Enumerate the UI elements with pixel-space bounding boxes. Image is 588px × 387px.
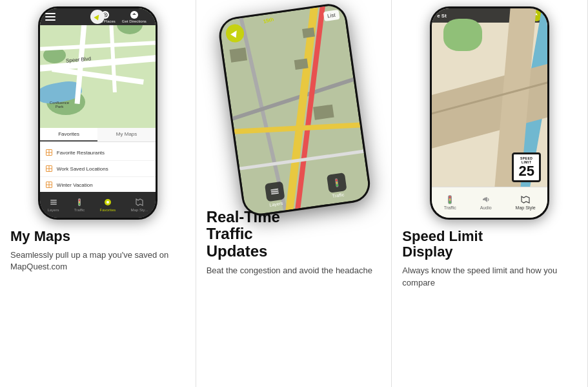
tab-my-maps[interactable]: My Maps <box>97 128 156 141</box>
svg-point-7 <box>79 202 80 203</box>
panel-1-desc: Seamlessly pull up a map you've saved on… <box>10 249 185 273</box>
speed-tab-map-style[interactable]: Map Style <box>516 195 536 210</box>
phone-frame-2: 15th List Layers <box>217 1 372 218</box>
tab-map-style[interactable]: Map Sty... <box>131 198 148 212</box>
panel-2-text: Real-TimeTrafficUpdates Beat the congest… <box>196 204 392 277</box>
speed-limit-number: 25 <box>515 164 538 178</box>
phone-screen-1: Find Places Get Directions <box>40 8 156 218</box>
phone-frame-3: e St SPEEDLIMIT 25 <box>430 6 549 220</box>
map-area-1: Speer Blvd ConfluencePark <box>40 8 156 128</box>
phone-screen-3: e St SPEEDLIMIT 25 <box>432 8 547 218</box>
building-4 <box>302 28 315 38</box>
layers-icon <box>49 198 58 207</box>
svg-rect-11 <box>271 193 279 195</box>
svg-point-20 <box>449 199 451 201</box>
list-item-label: Winter Vacation <box>57 182 93 188</box>
list-item[interactable]: Work Saved Locations <box>40 161 156 177</box>
svg-rect-13 <box>270 189 278 191</box>
panel-my-maps: Find Places Get Directions <box>0 0 196 387</box>
panel-3-heading: Speed LimitDisplay <box>402 229 577 260</box>
speed-tab-map-style-label: Map Style <box>516 205 536 210</box>
layers-bottom-button[interactable]: Layers <box>264 182 285 208</box>
map-style-icon <box>135 198 144 207</box>
panel-2-desc: Beat the congestion and avoid the headac… <box>207 265 381 277</box>
traffic-compass-arrow-icon <box>230 29 239 38</box>
get-directions-label: Get Directions <box>122 19 147 23</box>
building-2 <box>294 59 308 70</box>
category-tabs: Favorites My Maps <box>40 128 156 142</box>
speed-limit-sign: SPEEDLIMIT 25 <box>512 152 541 182</box>
street-label-15th: 15th <box>263 16 274 25</box>
panel-traffic: 15th List Layers <box>196 0 392 387</box>
building-1 <box>229 47 247 62</box>
panel-3-text: Speed LimitDisplay Always know the speed… <box>392 220 587 289</box>
hamburger-icon[interactable] <box>45 13 56 21</box>
svg-point-1 <box>105 14 106 15</box>
bottom-tab-bar: Layers Traffic Favorites <box>40 192 156 218</box>
map-icon <box>45 181 53 189</box>
svg-point-10 <box>106 201 109 204</box>
speed-bottom-tabs: Traffic Audio Map Style <box>432 187 547 218</box>
speed-audio-icon <box>480 195 492 204</box>
list-item-label: Favorite Restaurants <box>57 150 105 156</box>
compass-icon[interactable] <box>90 10 105 24</box>
svg-rect-3 <box>50 202 57 203</box>
tab-favorites[interactable]: Favorites <box>40 128 98 141</box>
traffic-bottom-button[interactable]: Traffic <box>326 173 347 199</box>
tab-traffic-label: Traffic <box>74 208 85 212</box>
phone-container-1: Find Places Get Directions <box>0 0 196 220</box>
map-icon <box>45 149 53 156</box>
traffic-icon <box>75 198 84 207</box>
layers-bottom-label: Layers <box>269 201 283 207</box>
tab-layers[interactable]: Layers <box>48 198 59 212</box>
traffic-bottom-icon <box>326 173 347 193</box>
tab-layers-label: Layers <box>48 208 59 212</box>
speed-tab-audio[interactable]: Audio <box>480 195 492 210</box>
map-area-2: 15th List Layers <box>219 4 370 216</box>
speed-top-text: e St <box>437 13 447 19</box>
panel-2-heading: Real-TimeTrafficUpdates <box>207 209 381 260</box>
tab-favorites-bottom-label: Favorites <box>100 208 116 212</box>
list-item[interactable]: Winter Vacation <box>40 177 156 193</box>
svg-rect-12 <box>270 191 278 193</box>
speed-green-area <box>443 19 482 51</box>
svg-point-19 <box>449 196 451 198</box>
panel-speed-limit: e St SPEEDLIMIT 25 <box>392 0 588 387</box>
phone-container-2: 15th List Layers <box>196 0 392 204</box>
svg-point-21 <box>449 202 451 204</box>
get-directions-icon <box>130 11 138 19</box>
map-icon <box>45 165 53 173</box>
panel-1-heading: My Maps <box>10 229 185 244</box>
speed-map-style-icon <box>520 195 531 204</box>
list-item[interactable]: Favorite Restaurants <box>40 145 156 161</box>
speed-tab-traffic[interactable]: Traffic <box>444 195 456 210</box>
svg-point-8 <box>79 204 80 205</box>
svg-rect-4 <box>50 200 57 201</box>
tab-traffic[interactable]: Traffic <box>74 198 85 212</box>
get-directions-button[interactable]: Get Directions <box>122 11 147 23</box>
traffic-bottom-label: Traffic <box>332 192 345 198</box>
compass-arrow-icon <box>94 13 101 20</box>
confluence-label: ConfluencePark <box>50 101 69 109</box>
tab-favorites-bottom[interactable]: Favorites <box>100 198 116 212</box>
tab-map-style-label: Map Sty... <box>131 208 148 212</box>
phone-header-bar: Find Places Get Directions <box>40 8 156 25</box>
speed-tab-audio-label: Audio <box>480 205 492 210</box>
layers-bottom-icon <box>264 182 285 202</box>
building-3 <box>313 105 334 120</box>
list-button[interactable]: List <box>323 10 340 21</box>
speed-traffic-icon <box>444 195 456 204</box>
favorites-icon <box>103 198 112 207</box>
list-item-label: Work Saved Locations <box>57 166 108 172</box>
svg-point-6 <box>79 200 80 201</box>
speed-tab-traffic-label: Traffic <box>444 205 456 210</box>
panel-1-text: My Maps Seamlessly pull up a map you've … <box>0 220 196 273</box>
phone-container-3: e St SPEEDLIMIT 25 <box>392 0 587 220</box>
map-area-3: e St SPEEDLIMIT 25 <box>432 8 547 218</box>
panel-3-desc: Always know the speed limit and how you … <box>402 265 577 288</box>
svg-rect-2 <box>50 204 57 205</box>
phone-frame-1: Find Places Get Directions <box>38 6 157 220</box>
